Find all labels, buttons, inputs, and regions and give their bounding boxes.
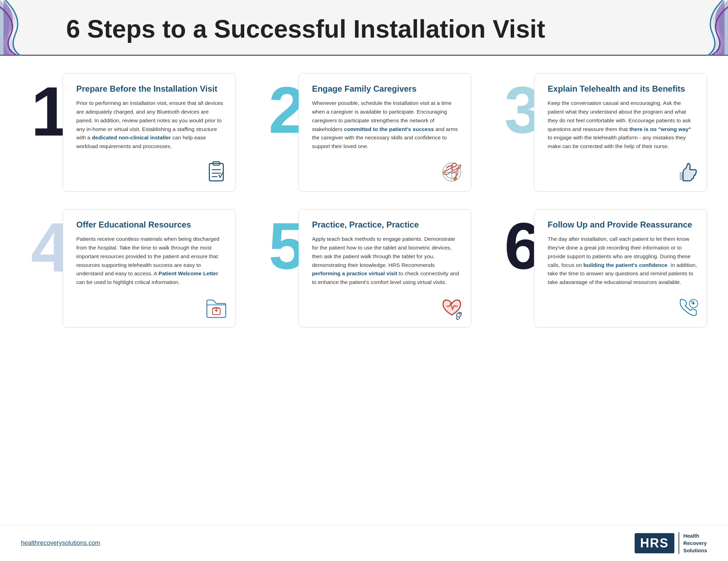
steps-grid: 1Prepare Before the Installation VisitPr… xyxy=(21,73,707,328)
step-6-container: 6Follow Up and Provide ReassuranceThe da… xyxy=(492,209,707,328)
step-2-icon xyxy=(440,160,464,184)
step-4-title: Offer Educational Resources xyxy=(76,219,226,230)
step-1-number: 1 xyxy=(21,77,70,146)
step-3-card: Explain Telehealth and its BenefitsKeep … xyxy=(534,73,707,192)
step-5-icon xyxy=(440,296,464,320)
step-1-card: Prepare Before the Installation VisitPri… xyxy=(63,73,236,192)
step-6-icon xyxy=(675,296,700,320)
logo-line2: Recovery xyxy=(683,539,707,547)
logo-text: Health Recovery Solutions xyxy=(679,532,707,554)
step-2-number: 2 xyxy=(257,77,305,143)
step-3-number: 3 xyxy=(492,77,541,143)
step-3-body: Keep the conversation casual and encoura… xyxy=(548,99,697,151)
decoration-left xyxy=(0,0,42,56)
decoration-right xyxy=(686,0,728,56)
step-3-title: Explain Telehealth and its Benefits xyxy=(548,83,697,94)
step-1-container: 1Prepare Before the Installation VisitPr… xyxy=(21,73,236,192)
step-4-number: 4 xyxy=(21,213,70,282)
step-5-container: 5Practice, Practice, PracticeApply teach… xyxy=(257,209,472,328)
step-5-body: Apply teach back methods to engage patie… xyxy=(312,235,462,287)
step-2-container: 2Engage Family CaregiversWhenever possib… xyxy=(257,73,472,192)
step-3-icon xyxy=(675,160,700,184)
step-3-container: 3Explain Telehealth and its BenefitsKeep… xyxy=(492,73,707,192)
step-2-card: Engage Family CaregiversWhenever possibl… xyxy=(299,73,472,192)
step-1-icon xyxy=(204,160,229,184)
step-5-card: Practice, Practice, PracticeApply teach … xyxy=(299,209,472,328)
step-4-icon xyxy=(204,296,229,320)
step-6-body: The day after installation, call each pa… xyxy=(548,235,697,287)
step-5-number: 5 xyxy=(257,213,305,279)
step-6-number: 6 xyxy=(492,213,541,279)
svg-point-9 xyxy=(450,170,454,174)
step-4-body: Patients receive countless materials whe… xyxy=(76,235,226,287)
svg-point-15 xyxy=(692,302,695,305)
step-2-body: Whenever possible, schedule the installa… xyxy=(312,99,462,151)
step-1-title: Prepare Before the Installation Visit xyxy=(76,83,226,94)
main-content: 1Prepare Before the Installation VisitPr… xyxy=(0,56,728,341)
step-6-title: Follow Up and Provide Reassurance xyxy=(548,219,697,230)
step-4-card: Offer Educational ResourcesPatients rece… xyxy=(63,209,236,328)
logo-line1: Health xyxy=(683,532,707,539)
website-link[interactable]: healthrecoverysolutions.com xyxy=(21,539,100,547)
footer: healthrecoverysolutions.com HRS Health R… xyxy=(0,525,728,561)
step-5-title: Practice, Practice, Practice xyxy=(312,219,462,230)
step-1-body: Prior to performing an installation visi… xyxy=(76,99,226,151)
logo-line3: Solutions xyxy=(683,547,707,554)
step-4-container: 4Offer Educational ResourcesPatients rec… xyxy=(21,209,236,328)
footer-logo: HRS Health Recovery Solutions xyxy=(635,532,707,554)
step-2-title: Engage Family Caregivers xyxy=(312,83,462,94)
svg-rect-0 xyxy=(209,163,223,181)
step-6-card: Follow Up and Provide ReassuranceThe day… xyxy=(534,209,707,328)
hrs-logo-box: HRS xyxy=(635,533,674,553)
header: 6 Steps to a Successful Installation Vis… xyxy=(0,0,728,56)
page-title: 6 Steps to a Successful Installation Vis… xyxy=(66,15,545,43)
